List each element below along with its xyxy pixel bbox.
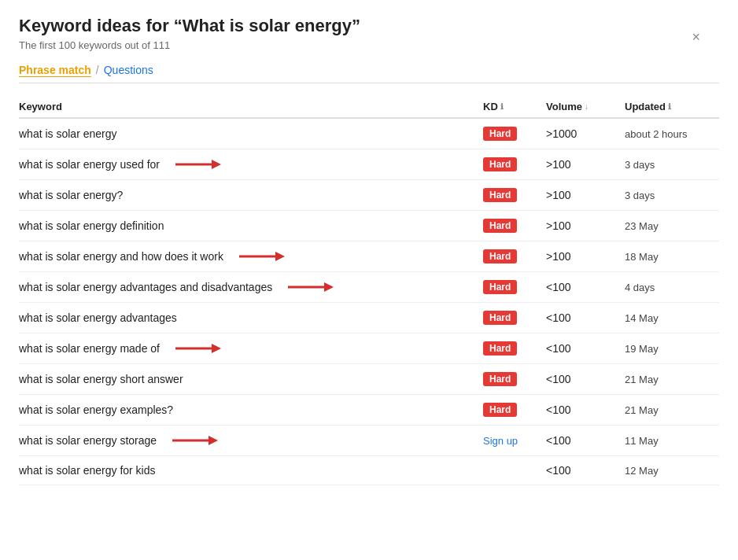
keyword-cell: what is solar energy for kids	[19, 464, 483, 477]
keyword-text: what is solar energy	[19, 127, 117, 140]
updated-cell: 21 May	[625, 374, 719, 385]
keyword-text: what is solar energy definition	[19, 219, 164, 232]
kd-cell: Hard	[483, 341, 546, 356]
keyword-cell: what is solar energy definition	[19, 219, 483, 232]
svg-marker-5	[324, 282, 334, 292]
updated-cell: 3 days	[625, 159, 719, 171]
arrow-icon	[174, 157, 221, 171]
header-keyword: Keyword	[19, 101, 483, 112]
keyword-text: what is solar energy storage	[19, 434, 157, 447]
volume-cell: >100	[546, 158, 625, 171]
tab-questions[interactable]: Questions	[104, 64, 153, 76]
kd-badge-hard: Hard	[483, 157, 517, 171]
kd-badge-hard: Hard	[483, 372, 517, 386]
tabs-container: Phrase match / Questions	[19, 64, 719, 83]
kd-cell: Hard	[483, 372, 546, 386]
updated-cell: 12 May	[625, 465, 719, 477]
subtitle: The first 100 keywords out of 111	[19, 39, 719, 51]
updated-cell: 23 May	[625, 220, 719, 232]
keyword-text: what is solar energy for kids	[19, 464, 156, 477]
arrow-icon	[238, 249, 285, 263]
table-row: what is solar energy made of Hard <100 1…	[19, 333, 719, 364]
keyword-cell: what is solar energy	[19, 127, 483, 140]
keyword-cell: what is solar energy?	[19, 189, 483, 201]
kd-cell: Hard	[483, 127, 546, 141]
kd-badge-hard: Hard	[483, 188, 517, 202]
page-title: Keyword ideas for “What is solar energy”	[19, 16, 719, 36]
header-kd[interactable]: KD ℹ	[483, 101, 546, 112]
table-row: what is solar energy and how does it wor…	[19, 241, 719, 272]
keyword-text: what is solar energy examples?	[19, 403, 173, 416]
kd-cell: Hard	[483, 403, 546, 417]
kd-cell: Hard	[483, 280, 546, 294]
keyword-text: what is solar energy short answer	[19, 373, 183, 385]
kd-badge-hard: Hard	[483, 403, 517, 417]
kd-cell: Hard	[483, 311, 546, 325]
kd-badge-hard: Hard	[483, 311, 517, 325]
volume-cell: <100	[546, 311, 625, 324]
keyword-cell: what is solar energy made of	[19, 341, 483, 356]
keyword-text: what is solar energy used for	[19, 158, 160, 171]
table-row: what is solar energy storage Sign up <10…	[19, 426, 719, 456]
keyword-cell: what is solar energy examples?	[19, 403, 483, 416]
tab-phrase-match[interactable]: Phrase match	[19, 64, 91, 76]
keyword-text: what is solar energy made of	[19, 342, 160, 355]
svg-marker-9	[208, 436, 218, 445]
updated-cell: 21 May	[625, 404, 719, 416]
svg-marker-1	[212, 160, 221, 169]
table-row: what is solar energy advantages Hard <10…	[19, 303, 719, 333]
volume-cell: <100	[546, 464, 625, 477]
svg-marker-3	[275, 252, 285, 261]
tab-separator: /	[96, 64, 99, 76]
svg-marker-7	[212, 344, 221, 353]
header-updated[interactable]: Updated ℹ	[625, 101, 719, 112]
arrow-icon	[171, 433, 218, 448]
volume-cell: >1000	[546, 127, 625, 140]
keyword-text: what is solar energy?	[19, 189, 123, 201]
table-header: Keyword KD ℹ Volume ↓ Updated ℹ	[19, 96, 719, 119]
updated-cell: about 2 hours	[625, 128, 719, 140]
updated-cell: 18 May	[625, 251, 719, 263]
kd-badge-hard: Hard	[483, 127, 517, 141]
header-volume[interactable]: Volume ↓	[546, 101, 625, 112]
updated-cell: 14 May	[625, 312, 719, 324]
table-row: what is solar energy used for Hard >100 …	[19, 149, 719, 180]
keyword-cell: what is solar energy advantages	[19, 311, 483, 324]
keyword-cell: what is solar energy storage	[19, 433, 483, 448]
table-row: what is solar energy Hard >1000 about 2 …	[19, 119, 719, 149]
table-row: what is solar energy advantages and disa…	[19, 272, 719, 303]
table-body: what is solar energy Hard >1000 about 2 …	[19, 119, 719, 485]
volume-sort-icon: ↓	[585, 102, 589, 111]
kd-badge-hard: Hard	[483, 219, 517, 233]
volume-cell: <100	[546, 342, 625, 355]
kd-cell: Hard	[483, 219, 546, 233]
table-row: what is solar energy definition Hard >10…	[19, 211, 719, 241]
volume-cell: >100	[546, 250, 625, 263]
volume-cell: <100	[546, 281, 625, 293]
table-row: what is solar energy? Hard >100 3 days	[19, 180, 719, 211]
updated-cell: 11 May	[625, 435, 719, 447]
kd-badge-hard: Hard	[483, 341, 517, 356]
kd-cell: Hard	[483, 249, 546, 263]
updated-cell: 19 May	[625, 343, 719, 355]
volume-cell: <100	[546, 434, 625, 447]
updated-cell: 3 days	[625, 190, 719, 201]
keyword-cell: what is solar energy short answer	[19, 373, 483, 385]
volume-cell: <100	[546, 373, 625, 385]
keyword-cell: what is solar energy used for	[19, 157, 483, 171]
close-button[interactable]: ×	[692, 30, 700, 44]
kd-badge-hard: Hard	[483, 249, 517, 263]
keyword-cell: what is solar energy and how does it wor…	[19, 249, 483, 263]
volume-cell: <100	[546, 403, 625, 416]
kd-badge-hard: Hard	[483, 280, 517, 294]
table-row: what is solar energy short answer Hard <…	[19, 364, 719, 395]
table-row: what is solar energy examples? Hard <100…	[19, 395, 719, 426]
keyword-cell: what is solar energy advantages and disa…	[19, 280, 483, 294]
updated-sort-icon: ℹ	[668, 102, 671, 111]
kd-badge-signup[interactable]: Sign up	[483, 435, 518, 447]
kd-cell: Sign up	[483, 435, 546, 447]
updated-cell: 4 days	[625, 282, 719, 293]
kd-cell: Hard	[483, 188, 546, 202]
keyword-text: what is solar energy advantages and disa…	[19, 281, 272, 293]
volume-cell: >100	[546, 219, 625, 232]
